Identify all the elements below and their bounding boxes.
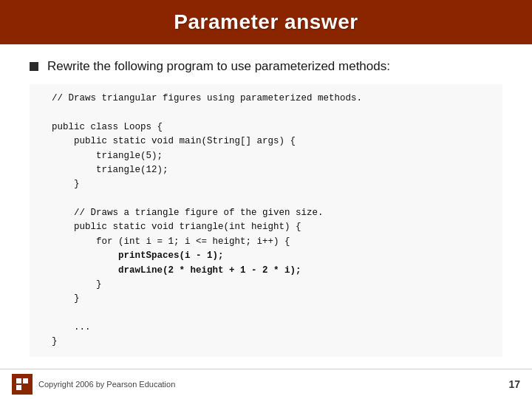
footer-logo-icon	[12, 374, 33, 395]
pearson-logo-svg	[16, 378, 29, 391]
footer-page-number: 17	[508, 378, 520, 390]
code-block: // Draws triangular figures using parame…	[30, 84, 502, 357]
logo-rect4	[23, 385, 28, 390]
code-comment1: // Draws triangular figures using parame…	[52, 93, 362, 103]
footer-left: Copyright 2006 by Pearson Education	[12, 374, 175, 395]
slide-footer: Copyright 2006 by Pearson Education 17	[0, 369, 532, 399]
bullet-icon	[30, 62, 38, 71]
slide-header: Parameter answer	[0, 0, 532, 44]
footer-copyright-text: Copyright 2006 by Pearson Education	[38, 380, 175, 389]
slide-content: Rewrite the following program to use par…	[0, 44, 532, 369]
code-bold-drawline: drawLine(2 * height + 1 - 2 * i);	[118, 265, 301, 276]
slide-title: Parameter answer	[174, 10, 358, 34]
logo-rect1	[16, 378, 21, 383]
code-bold-printspaces: printSpaces(i - 1);	[118, 250, 224, 261]
bullet-item: Rewrite the following program to use par…	[30, 59, 502, 74]
slide: Parameter answer Rewrite the following p…	[0, 0, 532, 399]
logo-rect2	[23, 378, 28, 383]
bullet-text: Rewrite the following program to use par…	[47, 59, 390, 74]
logo-rect3	[16, 385, 21, 390]
